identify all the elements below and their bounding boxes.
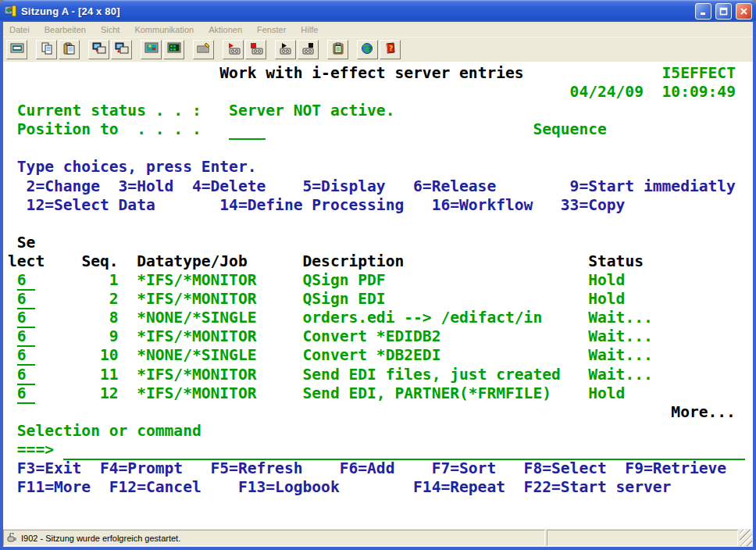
- text-run: [257, 309, 303, 327]
- menu-item-hilfe[interactable]: Hilfe: [301, 25, 318, 34]
- globe-help-button[interactable]: ?: [357, 40, 378, 59]
- text-run: Current status . . : Server NOT active.: [17, 102, 395, 120]
- print-screen-button[interactable]: [6, 40, 27, 59]
- text-run: 2=Change 3=Hold 4=Delete 5=Display 6=Rel…: [27, 177, 736, 195]
- select-field[interactable]: 6: [17, 346, 36, 366]
- text-run: [8, 196, 27, 214]
- text-run: [8, 234, 17, 252]
- minimize-button[interactable]: [695, 3, 711, 20]
- text-run: 8: [109, 309, 119, 327]
- text-run: Send EDI, PARTNER(*FRMFILE): [303, 384, 552, 402]
- text-run: *NONE/*SINGLE: [137, 346, 256, 364]
- text-run: [119, 366, 137, 384]
- help-book-icon: ?: [384, 42, 397, 58]
- text-run: [257, 271, 303, 289]
- text-run: *IFS/*MONITOR: [137, 366, 256, 384]
- text-run: [404, 252, 588, 270]
- copy-button[interactable]: [36, 40, 57, 59]
- resize-grip[interactable]: [740, 530, 752, 546]
- stop-macro-button[interactable]: [245, 40, 266, 59]
- text-run: [35, 346, 100, 364]
- text-run: [8, 309, 17, 327]
- status-message-panel: I902 - Sitzung wurde erfolgreich gestart…: [3, 530, 545, 546]
- text-run: Convert *EDIDB2: [303, 327, 441, 345]
- menu-item-aktionen[interactable]: Aktionen: [209, 25, 242, 34]
- text-run: [8, 271, 17, 289]
- text-run: [257, 327, 303, 345]
- menu-item-sicht[interactable]: Sicht: [101, 25, 119, 34]
- receive-file-button[interactable]: [111, 40, 132, 59]
- text-run: 2: [109, 290, 119, 308]
- text-run: [386, 271, 589, 289]
- svg-text:?: ?: [389, 45, 393, 52]
- text-run: Wait...: [588, 346, 653, 364]
- text-run: 1: [109, 271, 119, 289]
- display-setup-button[interactable]: [141, 40, 162, 59]
- text-run: [551, 384, 588, 402]
- text-run: [8, 327, 17, 345]
- text-run: Description: [303, 252, 405, 270]
- connection-icon: [7, 533, 18, 543]
- text-run: [524, 64, 662, 82]
- paste-button[interactable]: [59, 40, 80, 59]
- text-run: Seq.: [81, 252, 118, 270]
- menu-item-datei[interactable]: Datei: [9, 25, 30, 34]
- select-field[interactable]: 6: [17, 309, 36, 328]
- text-run: [35, 327, 109, 345]
- color-map-button[interactable]: [163, 40, 184, 59]
- display-setup-icon: [144, 42, 159, 58]
- help-book-button[interactable]: ?: [380, 40, 401, 59]
- session-window: Sitzung A - [24 x 80] Datei Bearbeiten S…: [0, 0, 756, 550]
- select-field[interactable]: 6: [17, 384, 36, 404]
- text-run: [440, 346, 588, 364]
- text-run: [35, 309, 109, 327]
- menu-item-bearbeiten[interactable]: Bearbeiten: [45, 25, 86, 34]
- play-macro-button[interactable]: [275, 40, 296, 59]
- step-macro-button[interactable]: [298, 40, 319, 59]
- command-input[interactable]: [63, 441, 745, 460]
- clipboard-icon: [332, 42, 344, 58]
- terminal-area: Work with i-effect server entries I5EFFE…: [3, 62, 753, 529]
- text-run: Hold: [588, 384, 625, 402]
- text-run: 12: [100, 384, 119, 402]
- text-run: [35, 271, 109, 289]
- text-run: Position to . . . .: [17, 120, 201, 138]
- menu-item-kommunikation[interactable]: Kommunikation: [134, 25, 194, 34]
- step-macro-icon: [301, 42, 316, 58]
- text-run: 9: [109, 327, 119, 345]
- select-field[interactable]: 6: [17, 271, 36, 291]
- text-run: [542, 309, 588, 327]
- text-run: 12=Select Data 14=Define Processing 16=W…: [27, 196, 626, 214]
- text-run: [8, 422, 17, 440]
- position-to-field[interactable]: [229, 120, 266, 140]
- text-run: Datatype/Job: [137, 252, 248, 270]
- text-run: [119, 290, 137, 308]
- svg-text:?: ?: [368, 45, 373, 54]
- text-run: [257, 384, 303, 402]
- select-field[interactable]: 6: [17, 366, 36, 385]
- select-field[interactable]: 6: [17, 290, 36, 309]
- maximize-button[interactable]: [715, 3, 732, 20]
- window-title: Sitzung A - [24 x 80]: [21, 5, 691, 17]
- record-macro-button[interactable]: [223, 40, 244, 59]
- stop-macro-icon: [249, 42, 263, 58]
- copy-icon: [41, 42, 53, 58]
- text-run: 10: [100, 346, 119, 364]
- text-run: [8, 120, 17, 138]
- keyboard-setup-button[interactable]: [193, 40, 214, 59]
- send-file-button[interactable]: [88, 40, 109, 59]
- terminal-screen: Work with i-effect server entries I5EFFE…: [8, 64, 753, 516]
- text-run: [257, 366, 303, 384]
- menu-item-fenster[interactable]: Fenster: [257, 25, 286, 34]
- text-run: [119, 384, 137, 402]
- text-run: Send EDI files, just created: [303, 366, 561, 384]
- clipboard-button[interactable]: [327, 40, 348, 59]
- text-run: [35, 384, 100, 402]
- text-run: Se: [17, 234, 36, 252]
- play-macro-icon: [279, 42, 293, 58]
- text-run: [8, 64, 219, 82]
- text-run: More...: [671, 403, 736, 421]
- close-button[interactable]: [736, 3, 752, 20]
- select-field[interactable]: 6: [17, 327, 36, 347]
- text-run: [54, 441, 63, 459]
